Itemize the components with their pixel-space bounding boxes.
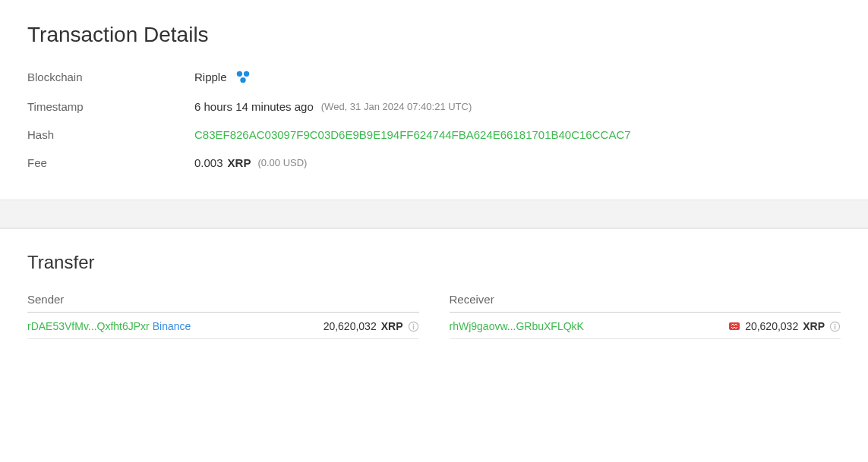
sender-amount: 20,620,032 (324, 320, 377, 332)
timestamp-relative: 6 hours 14 minutes ago (194, 100, 314, 113)
fee-label: Fee (27, 156, 194, 169)
fee-value: 0.003 XRP (0.00 USD) (194, 156, 307, 169)
receiver-header: Receiver (450, 293, 841, 313)
sender-right: 20,620,032 XRP (324, 320, 419, 332)
svg-point-1 (243, 71, 248, 77)
svg-rect-6 (729, 322, 740, 330)
receiver-address-link[interactable]: rhWj9gaovw...GRbuXFLQkK (450, 320, 584, 332)
sender-row: rDAE53VfMv...Qxfht6JPxr Binance 20,620,0… (27, 320, 419, 339)
hash-value: C83EF826AC03097F9C03D6E9B9E194FF624744FB… (194, 128, 631, 141)
svg-point-0 (236, 71, 241, 77)
blockchain-name: Ripple (194, 71, 227, 83)
svg-point-2 (240, 77, 245, 83)
svg-rect-5 (412, 325, 414, 329)
transfer-title: Transfer (27, 252, 841, 273)
fee-currency: XRP (228, 156, 251, 169)
receiver-right: 20,620,032 XRP (728, 320, 841, 332)
hash-row: Hash C83EF826AC03097F9C03D6E9B9E194FF624… (27, 128, 841, 141)
blockchain-row: Blockchain Ripple (27, 68, 841, 85)
svg-rect-9 (835, 325, 836, 329)
hash-label: Hash (27, 128, 194, 141)
page-title: Transaction Details (27, 23, 841, 47)
blockchain-label: Blockchain (27, 71, 194, 83)
timestamp-value: 6 hours 14 minutes ago (Wed, 31 Jan 2024… (194, 100, 472, 113)
fee-amount: 0.003 (194, 156, 223, 169)
sender-left: rDAE53VfMv...Qxfht6JPxr Binance (27, 320, 191, 332)
fee-row: Fee 0.003 XRP (0.00 USD) (27, 156, 841, 169)
receiver-amount: 20,620,032 (745, 320, 798, 332)
hash-link[interactable]: C83EF826AC03097F9C03D6E9B9E194FF624744FB… (194, 128, 631, 141)
transfer-container: Sender rDAE53VfMv...Qxfht6JPxr Binance 2… (27, 293, 841, 339)
receiver-left: rhWj9gaovw...GRbuXFLQkK (450, 320, 584, 332)
receiver-column: Receiver rhWj9gaovw...GRbuXFLQkK 20,620,… (450, 293, 841, 339)
alert-icon (728, 321, 740, 332)
section-divider (0, 200, 868, 228)
svg-point-8 (835, 323, 836, 325)
transaction-details-section: Transaction Details Blockchain Ripple Ti… (0, 0, 868, 200)
fee-usd: (0.00 USD) (257, 157, 307, 168)
timestamp-label: Timestamp (27, 100, 194, 113)
sender-address-link[interactable]: rDAE53VfMv...Qxfht6JPxr (27, 320, 150, 332)
timestamp-row: Timestamp 6 hours 14 minutes ago (Wed, 3… (27, 100, 841, 113)
receiver-row: rhWj9gaovw...GRbuXFLQkK 20,620,032 XRP (450, 320, 841, 339)
blockchain-value: Ripple (194, 68, 251, 85)
receiver-currency: XRP (803, 320, 825, 332)
info-icon[interactable] (408, 321, 419, 332)
svg-point-4 (412, 323, 414, 325)
timestamp-absolute: (Wed, 31 Jan 2024 07:40:21 UTC) (321, 101, 472, 112)
sender-currency: XRP (381, 320, 403, 332)
transfer-section: Transfer Sender rDAE53VfMv...Qxfht6JPxr … (0, 228, 868, 354)
sender-column: Sender rDAE53VfMv...Qxfht6JPxr Binance 2… (27, 293, 419, 339)
sender-header: Sender (27, 293, 419, 313)
ripple-icon (235, 68, 251, 85)
info-icon[interactable] (829, 321, 841, 332)
sender-exchange-link[interactable]: Binance (153, 320, 191, 332)
